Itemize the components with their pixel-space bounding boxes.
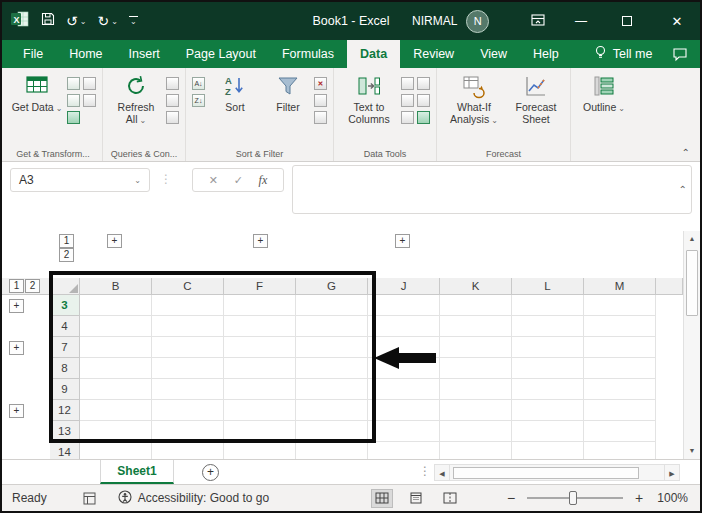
grid-cell[interactable]: [80, 421, 152, 442]
tab-scrollbar-splitter-icon[interactable]: ⋮: [419, 464, 431, 478]
outline-button[interactable]: Outline⌄: [577, 71, 631, 115]
minimize-button[interactable]: —: [558, 2, 604, 40]
grid-cell[interactable]: [224, 379, 296, 400]
page-layout-view-button[interactable]: [405, 489, 427, 508]
horizontal-scrollbar-track[interactable]: [450, 464, 664, 481]
flash-fill-icon[interactable]: [401, 77, 414, 90]
relationships-icon[interactable]: [417, 94, 430, 107]
zoom-level[interactable]: 100%: [657, 491, 688, 505]
row-header[interactable]: 9: [50, 379, 80, 400]
row-header[interactable]: 7: [50, 337, 80, 358]
grid-cell[interactable]: [152, 337, 224, 358]
grid-cell[interactable]: [584, 316, 656, 337]
consolidate-icon[interactable]: [417, 77, 430, 90]
grid-cell[interactable]: [296, 358, 368, 379]
grid-cell[interactable]: [296, 400, 368, 421]
account-button[interactable]: NIRMAL N: [412, 2, 489, 40]
tab-insert[interactable]: Insert: [116, 40, 173, 68]
grid-cell[interactable]: [152, 400, 224, 421]
grid-cell[interactable]: [584, 442, 656, 459]
row-header[interactable]: 8: [50, 358, 80, 379]
tab-page-layout[interactable]: Page Layout: [173, 40, 269, 68]
workbook-links-icon[interactable]: [166, 111, 179, 124]
sort-ascending-icon[interactable]: A↓: [192, 77, 205, 90]
grid-cell[interactable]: [224, 421, 296, 442]
grid-cell[interactable]: [152, 295, 224, 316]
grid-cell[interactable]: [224, 400, 296, 421]
vertical-scrollbar[interactable]: ▲ ▼: [683, 231, 700, 459]
row-header[interactable]: 14: [50, 442, 80, 459]
scroll-right-icon[interactable]: ▶: [664, 464, 680, 481]
advanced-filter-icon[interactable]: [314, 111, 327, 124]
grid-cell[interactable]: [584, 421, 656, 442]
new-sheet-button[interactable]: +: [202, 464, 219, 481]
remove-duplicates-icon[interactable]: [401, 94, 414, 107]
sort-button[interactable]: A Z Sort: [208, 71, 262, 113]
sort-descending-icon[interactable]: Z↓: [192, 94, 205, 107]
tab-home[interactable]: Home: [56, 40, 115, 68]
grid-cell[interactable]: [512, 442, 584, 459]
grid-cell[interactable]: [440, 358, 512, 379]
row-outline-level-2-button[interactable]: 2: [25, 279, 40, 293]
customize-quick-access-button[interactable]: ⌄: [129, 16, 138, 26]
page-break-preview-button[interactable]: [439, 489, 461, 508]
row-group-expand-button[interactable]: +: [9, 341, 24, 355]
from-text-csv-icon[interactable]: [67, 77, 80, 90]
grid-cell[interactable]: [440, 400, 512, 421]
close-button[interactable]: ✕: [652, 2, 702, 40]
undo-button[interactable]: ↺ ⌄: [66, 14, 86, 28]
tab-review[interactable]: Review: [400, 40, 467, 68]
horizontal-scrollbar-thumb[interactable]: [453, 467, 639, 479]
normal-view-button[interactable]: [371, 489, 393, 508]
row-outline-level-1-button[interactable]: 1: [9, 279, 24, 293]
tab-formulas[interactable]: Formulas: [269, 40, 347, 68]
properties-icon[interactable]: [166, 94, 179, 107]
grid-cell[interactable]: [152, 379, 224, 400]
formula-input[interactable]: [292, 165, 692, 214]
grid-cell[interactable]: [512, 337, 584, 358]
grid-cell[interactable]: [224, 442, 296, 459]
grid-cell[interactable]: [224, 295, 296, 316]
name-box[interactable]: A3 ⌄: [10, 168, 150, 192]
grid-cell[interactable]: [368, 442, 440, 459]
manage-data-model-icon[interactable]: [417, 111, 430, 124]
tab-data[interactable]: Data: [347, 40, 400, 68]
grid-cell[interactable]: [152, 442, 224, 459]
grid-cell[interactable]: [512, 379, 584, 400]
tab-view[interactable]: View: [467, 40, 520, 68]
grid-cell[interactable]: [584, 379, 656, 400]
grid-cell[interactable]: [224, 337, 296, 358]
grid-cell[interactable]: [224, 358, 296, 379]
tab-file[interactable]: File: [10, 40, 56, 68]
row-group-expand-button[interactable]: +: [9, 299, 24, 313]
row-header[interactable]: 4: [50, 316, 80, 337]
grid-cell[interactable]: [368, 295, 440, 316]
grid-cell[interactable]: [296, 442, 368, 459]
from-web-icon[interactable]: [67, 94, 80, 107]
redo-button[interactable]: ↻ ⌄: [97, 14, 117, 28]
recent-sources-icon[interactable]: [83, 77, 96, 90]
grid-cell[interactable]: [368, 337, 440, 358]
grid-cell[interactable]: [296, 421, 368, 442]
grid-cell[interactable]: [440, 337, 512, 358]
grid-cell[interactable]: [440, 442, 512, 459]
comments-icon[interactable]: [672, 47, 688, 65]
forecast-sheet-button[interactable]: Forecast Sheet: [508, 71, 564, 125]
grid-cell[interactable]: [80, 337, 152, 358]
filter-button[interactable]: Filter: [265, 71, 311, 113]
grid-cell[interactable]: [296, 316, 368, 337]
grid-cell[interactable]: [80, 442, 152, 459]
text-to-columns-button[interactable]: Text to Columns: [340, 71, 398, 125]
scroll-left-icon[interactable]: ◀: [434, 464, 450, 481]
grid-cell[interactable]: [368, 316, 440, 337]
enter-icon[interactable]: ✓: [234, 174, 243, 187]
grid-cell[interactable]: [512, 421, 584, 442]
row-header[interactable]: 3: [50, 295, 80, 316]
get-data-button[interactable]: Get Data⌄: [10, 71, 64, 115]
grid-cell[interactable]: [584, 337, 656, 358]
grid-cell[interactable]: [584, 295, 656, 316]
accessibility-status-button[interactable]: Accessibility: Good to go: [118, 490, 269, 507]
vertical-scrollbar-thumb[interactable]: [686, 250, 698, 316]
sheet-tab-sheet1[interactable]: Sheet1: [100, 460, 174, 484]
grid-cell[interactable]: [440, 316, 512, 337]
